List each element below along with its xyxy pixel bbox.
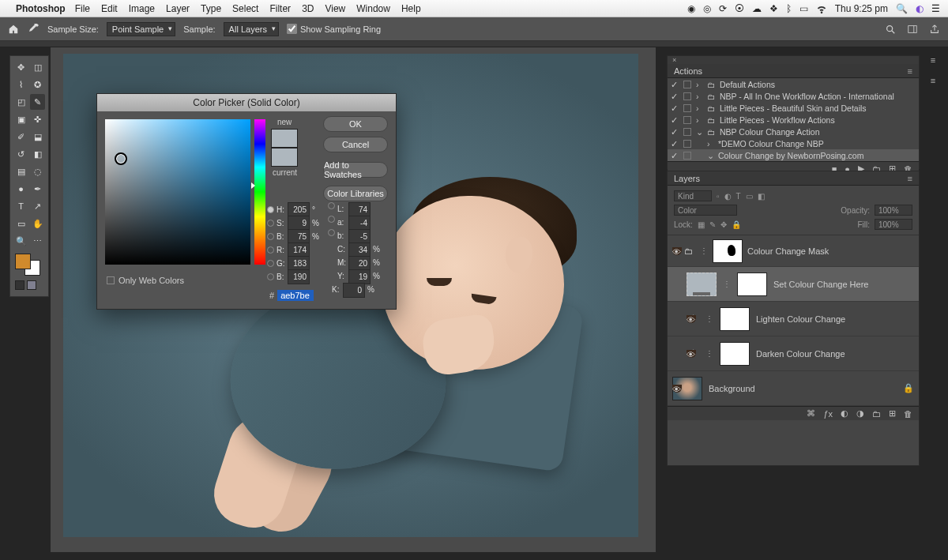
group-mask-thumb[interactable] (713, 239, 743, 263)
current-color-swatch[interactable] (271, 148, 298, 167)
action-toggle[interactable]: ✓ (671, 115, 679, 125)
action-item[interactable]: ✓›🗀Default Actions (668, 78, 919, 90)
action-dialog-toggle[interactable] (683, 81, 691, 88)
hue-slider[interactable] (254, 119, 265, 265)
visibility-toggle[interactable]: 👁 (672, 247, 682, 255)
new-group-icon[interactable]: 🗀 (872, 409, 881, 419)
spotlight-icon[interactable]: 🔍 (896, 3, 908, 14)
fx-icon[interactable]: ƒx (823, 409, 833, 419)
layer-group[interactable]: 👁 ⌄ 🗀 ⋮ Colour Change Mask (668, 235, 919, 267)
action-item[interactable]: ✓⌄🗀NBP Colour Change Action (668, 126, 919, 137)
move-tool[interactable]: ✥ (13, 59, 28, 75)
cancel-button[interactable]: Cancel (323, 137, 388, 152)
disclosure-icon[interactable]: ⌄ (696, 127, 702, 137)
zoom-tool[interactable]: 🔍 (13, 233, 28, 249)
filter-pixel-icon[interactable]: ▫ (717, 192, 720, 201)
adjustment-thumb[interactable] (687, 272, 717, 296)
add-mask-icon[interactable]: ◐ (841, 408, 848, 419)
frame-tool[interactable]: ▣ (13, 111, 28, 127)
foreground-swatch[interactable] (15, 254, 31, 269)
dodge-tool[interactable]: ● (13, 181, 28, 197)
k-field[interactable]: 0 (343, 283, 365, 298)
lock-all-icon[interactable]: 🔒 (732, 220, 741, 229)
layer-name[interactable]: Set Colour Change Here (773, 280, 868, 289)
layer-name[interactable]: Background (709, 384, 755, 393)
action-dialog-toggle[interactable] (683, 92, 691, 100)
action-dialog-toggle[interactable] (683, 140, 691, 148)
action-item[interactable]: ✓›🗀Little Pieces - Workflow Actions (668, 114, 919, 126)
marquee-tool[interactable]: ◫ (30, 59, 45, 75)
disclosure-icon[interactable]: › (707, 139, 713, 148)
layer-filter-kind[interactable]: Kind (674, 190, 712, 201)
sample-select[interactable]: All Layers (224, 22, 279, 36)
action-dialog-toggle[interactable] (683, 128, 691, 136)
b-radio[interactable] (267, 233, 274, 240)
panel-menu-icon[interactable]: ≡ (908, 66, 912, 76)
menu-view[interactable]: View (325, 3, 345, 14)
type-tool[interactable]: T (13, 198, 28, 214)
eyedropper-tool[interactable]: ✎ (30, 94, 45, 110)
crop-tool[interactable]: ◰ (13, 94, 28, 110)
action-item[interactable]: ✓⌄Colour Change by NewbornPosing.com (668, 149, 919, 161)
eyedropper-tool-icon[interactable] (27, 23, 40, 36)
visibility-toggle[interactable]: 👁 (672, 385, 682, 393)
lock-paint-icon[interactable]: ✎ (709, 220, 716, 229)
visibility-toggle[interactable]: 👁 (687, 315, 696, 323)
visibility-toggle[interactable]: 👁 (687, 350, 696, 358)
action-toggle[interactable]: ✓ (671, 151, 679, 160)
disclosure-icon[interactable]: › (696, 103, 702, 113)
healing-tool[interactable]: ✜ (30, 111, 45, 127)
lock-pos-icon[interactable]: ✥ (720, 220, 727, 229)
menu-select[interactable]: Select (232, 3, 258, 14)
color-cursor[interactable] (115, 152, 127, 165)
ok-button[interactable]: OK (323, 116, 388, 132)
mask-mode-icon[interactable] (15, 280, 24, 290)
panel-close-bar[interactable]: × (668, 56, 919, 64)
action-dialog-toggle[interactable] (683, 152, 691, 160)
add-to-swatches-button[interactable]: Add to Swatches (323, 162, 388, 178)
only-web-colors-checkbox[interactable]: Only Web Colors (107, 276, 184, 285)
disclosure-icon[interactable]: ⌄ (707, 151, 713, 160)
filter-shape-icon[interactable]: ▭ (746, 192, 753, 201)
a-radio[interactable] (328, 216, 335, 223)
menu-edit[interactable]: Edit (101, 3, 118, 14)
pen-tool[interactable]: ✒ (30, 181, 45, 197)
saturation-brightness-field[interactable] (105, 119, 250, 265)
menu-layer[interactable]: Layer (166, 3, 190, 14)
panel-menu-icon[interactable]: ≡ (908, 174, 912, 183)
layers-tab[interactable]: Layers (674, 174, 700, 183)
hex-field[interactable]: aeb7be (277, 290, 314, 301)
l-radio[interactable] (328, 202, 335, 209)
app-name[interactable]: Photoshop (16, 3, 66, 14)
sample-size-select[interactable]: Point Sample (107, 22, 175, 36)
action-toggle[interactable]: ✓ (671, 103, 679, 113)
opacity-field[interactable]: 100% (875, 205, 912, 216)
filter-adjust-icon[interactable]: ◐ (724, 192, 732, 201)
disclosure-icon[interactable]: › (696, 115, 702, 125)
workspace-icon[interactable] (907, 24, 918, 35)
siri-icon[interactable]: ◐ (916, 3, 924, 14)
action-item[interactable]: ✓›*DEMO Colour Change NBP (668, 137, 919, 149)
blend-mode-select[interactable]: Color (674, 205, 737, 216)
brush-tool[interactable]: ✐ (13, 129, 28, 145)
show-sampling-ring-input[interactable] (287, 24, 297, 34)
eraser-tool[interactable]: ◧ (30, 146, 45, 162)
layer-name[interactable]: Colour Change Mask (747, 246, 829, 256)
menu-help[interactable]: Help (401, 3, 421, 14)
action-toggle[interactable]: ✓ (671, 80, 679, 89)
layer-item-background[interactable]: 👁 Background 🔒 (668, 371, 919, 406)
action-item[interactable]: ✓›🗀Little Pieces - Beautiful Skin and De… (668, 102, 919, 114)
filter-smart-icon[interactable]: ◧ (758, 192, 765, 201)
bb2-radio[interactable] (267, 273, 274, 280)
hue-slider-handle[interactable] (251, 182, 255, 189)
hand-tool[interactable]: ✋ (30, 216, 45, 231)
layer-item[interactable]: 👁 ⌇ ⋮ Lighten Colour Change (668, 302, 919, 336)
history-brush-tool[interactable]: ↺ (13, 146, 28, 162)
fill-field[interactable]: 100% (875, 219, 912, 230)
home-icon[interactable] (8, 24, 19, 35)
menu-file[interactable]: File (75, 3, 90, 14)
more-tools[interactable]: ⋯ (30, 233, 45, 249)
r-radio[interactable] (267, 246, 274, 254)
stamp-tool[interactable]: ⬓ (30, 129, 45, 145)
screen-mode-icon[interactable] (27, 280, 36, 290)
